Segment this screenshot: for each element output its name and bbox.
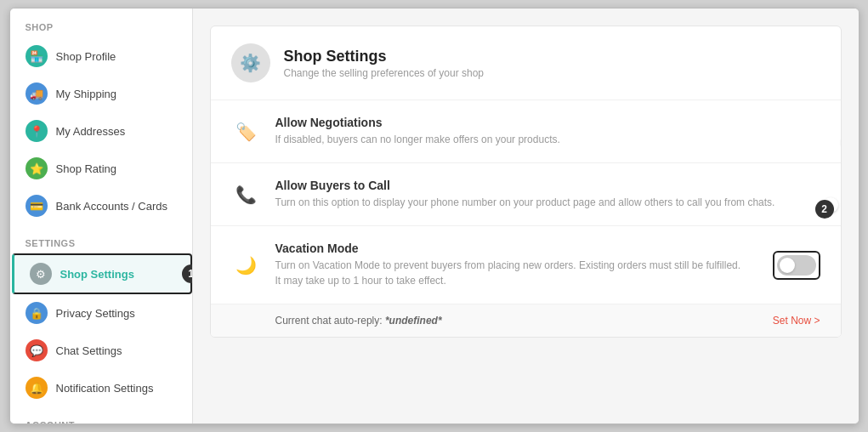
sidebar-item-shop-rating[interactable]: ⭐ Shop Rating xyxy=(10,150,192,187)
sidebar-item-notification-settings[interactable]: 🔔 Notification Settings xyxy=(10,369,192,406)
sidebar-item-shop-settings[interactable]: ⚙ Shop Settings 1 xyxy=(12,253,192,294)
sidebar-item-label: My Addresses xyxy=(56,125,126,138)
my-addresses-icon: 📍 xyxy=(26,120,48,142)
bank-accounts-icon: 💳 xyxy=(26,195,48,217)
chat-settings-icon: 💬 xyxy=(26,339,48,361)
vacation-autoreply-bar: Current chat auto-reply: *undefined* Set… xyxy=(211,304,841,337)
notification-settings-icon: 🔔 xyxy=(26,377,48,399)
settings-subtitle: Change the selling preferences of your s… xyxy=(284,67,484,79)
shop-settings-icon: ⚙ xyxy=(30,263,52,285)
shop-rating-icon: ⭐ xyxy=(26,157,48,179)
allow-call-row: 📞 Allow Buyers to Call Turn on this opti… xyxy=(211,163,841,226)
my-shipping-icon: 🚚 xyxy=(26,82,48,105)
settings-section-label: SETTINGS xyxy=(10,225,192,253)
negotiations-text: Allow Negotiations If disabled, buyers c… xyxy=(275,116,803,147)
set-now-link[interactable]: Set Now > xyxy=(773,315,820,327)
sidebar-item-label: Shop Settings xyxy=(60,268,134,281)
autoreply-text: Current chat auto-reply: *undefined* xyxy=(275,315,442,327)
privacy-settings-icon: 🔒 xyxy=(26,302,48,324)
sidebar-item-label: Chat Settings xyxy=(56,344,122,357)
annotation-2: 2 xyxy=(815,200,834,219)
app-window: SHOP 🏪 Shop Profile 🚚 My Shipping 📍 My A… xyxy=(9,8,859,424)
vacation-mode-row: 🌙 Vacation Mode Turn on Vacation Mode to… xyxy=(211,226,841,304)
vacation-text: Vacation Mode Turn on Vacation Mode to p… xyxy=(275,242,756,288)
vacation-description: Turn on Vacation Mode to prevent buyers … xyxy=(275,258,756,288)
vacation-slider xyxy=(777,255,816,276)
sidebar-item-label: Shop Profile xyxy=(56,50,116,63)
settings-header: ⚙️ Shop Settings Change the selling pref… xyxy=(211,26,841,100)
sidebar-item-shop-profile[interactable]: 🏪 Shop Profile xyxy=(10,37,192,75)
shop-profile-icon: 🏪 xyxy=(26,45,48,67)
annotation-1: 1 xyxy=(182,264,193,283)
settings-header-text: Shop Settings Change the selling prefere… xyxy=(284,48,484,79)
sidebar-item-label: My Shipping xyxy=(56,88,117,100)
call-text: Allow Buyers to Call Turn on this option… xyxy=(275,179,803,210)
negotiations-icon: 🏷️ xyxy=(231,117,262,147)
sidebar-item-privacy-settings[interactable]: 🔒 Privacy Settings xyxy=(10,294,192,332)
call-icon: 📞 xyxy=(231,179,262,210)
vacation-toggle-outline xyxy=(773,251,820,280)
sidebar-item-my-addresses[interactable]: 📍 My Addresses xyxy=(10,112,192,150)
settings-header-icon: ⚙️ xyxy=(231,43,270,82)
call-title: Allow Buyers to Call xyxy=(275,179,803,192)
sidebar-item-my-shipping[interactable]: 🚚 My Shipping xyxy=(10,75,192,112)
sidebar-item-bank-accounts[interactable]: 💳 Bank Accounts / Cards xyxy=(10,187,192,225)
sidebar: SHOP 🏪 Shop Profile 🚚 My Shipping 📍 My A… xyxy=(10,9,193,423)
sidebar-item-label: Bank Accounts / Cards xyxy=(56,200,168,213)
negotiations-title: Allow Negotiations xyxy=(275,116,803,129)
account-section-label: ACCOUNT xyxy=(10,406,192,423)
sidebar-item-label: Shop Rating xyxy=(56,162,117,175)
call-description: Turn on this option to display your phon… xyxy=(275,195,803,210)
vacation-mode-section: 🌙 Vacation Mode Turn on Vacation Mode to… xyxy=(211,226,841,337)
autoreply-value: *undefined* xyxy=(385,315,442,327)
settings-card: ⚙️ Shop Settings Change the selling pref… xyxy=(210,26,842,338)
shop-section-label: SHOP xyxy=(10,9,192,37)
settings-title: Shop Settings xyxy=(284,48,484,65)
vacation-control[interactable] xyxy=(773,251,820,280)
vacation-title: Vacation Mode xyxy=(275,242,756,255)
vacation-icon: 🌙 xyxy=(231,250,262,281)
sidebar-item-chat-settings[interactable]: 💬 Chat Settings xyxy=(10,332,192,369)
negotiations-description: If disabled, buyers can no longer make o… xyxy=(275,132,803,147)
main-content: ⚙️ Shop Settings Change the selling pref… xyxy=(193,9,859,423)
sidebar-item-label: Notification Settings xyxy=(56,382,154,395)
allow-negotiations-row: 🏷️ Allow Negotiations If disabled, buyer… xyxy=(211,100,841,163)
autoreply-label: Current chat auto-reply: xyxy=(275,315,383,327)
vacation-toggle[interactable] xyxy=(777,255,816,276)
sidebar-item-label: Privacy Settings xyxy=(56,307,135,320)
